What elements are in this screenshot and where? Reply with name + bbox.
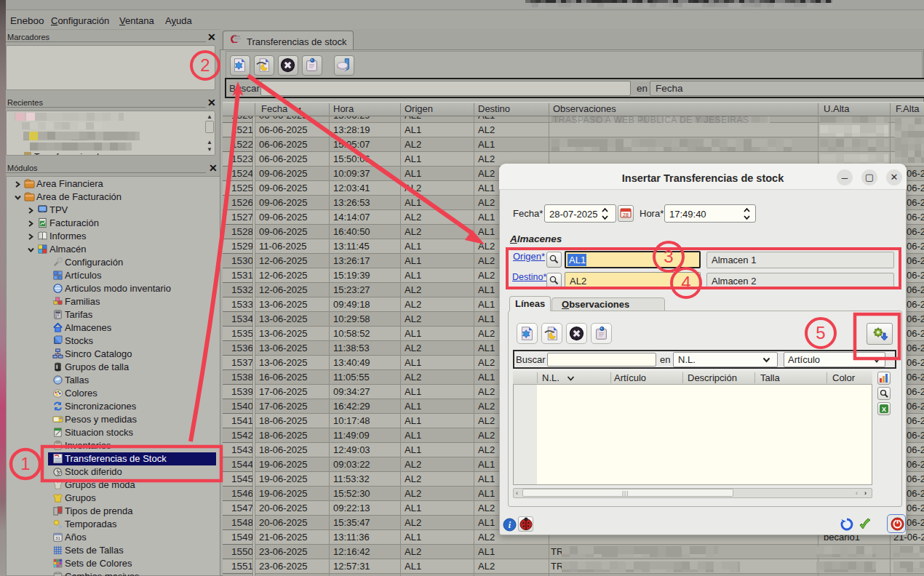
svg-text:X: X — [882, 406, 886, 413]
svg-text:28: 28 — [623, 212, 629, 217]
svg-text:31: 31 — [55, 535, 60, 540]
